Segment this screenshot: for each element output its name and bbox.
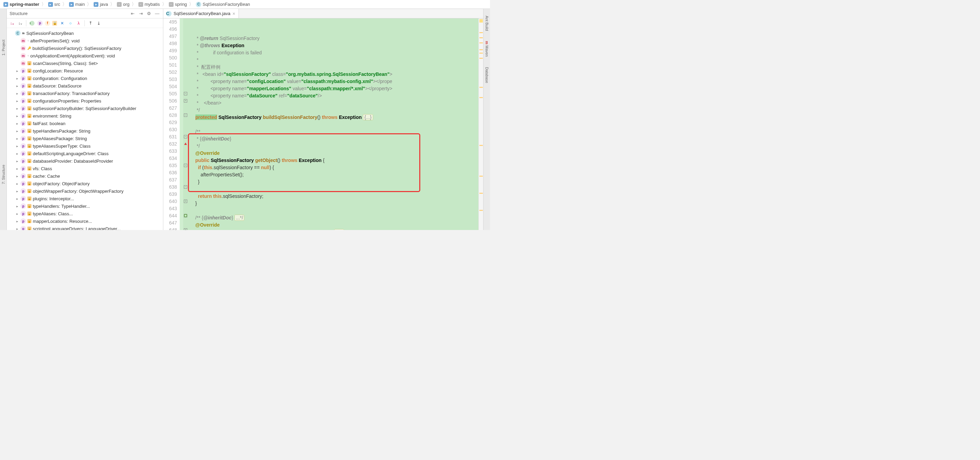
- line-number[interactable]: 640: [163, 198, 177, 205]
- tree-row[interactable]: ▸p 🔒objectWrapperFactory: ObjectWrapperF…: [7, 187, 163, 195]
- tree-row[interactable]: ▸p 🔒vfs: Class: [7, 165, 163, 172]
- line-number[interactable]: 628: [163, 112, 177, 119]
- filter-fields-icon[interactable]: f: [45, 21, 50, 26]
- code-line[interactable]: @Override: [188, 150, 478, 157]
- twisty-icon[interactable]: ▸: [15, 92, 19, 96]
- filter-properties-icon[interactable]: p: [37, 21, 43, 26]
- twisty-icon[interactable]: ▸: [15, 159, 19, 163]
- code-line[interactable]: * <property name="dataSource" ref="dataS…: [188, 92, 478, 99]
- code-line[interactable]: return this.sqlSessionFactory;: [188, 193, 478, 200]
- implement-gutter-icon[interactable]: [184, 214, 187, 217]
- line-number[interactable]: 644: [163, 212, 177, 220]
- twisty-icon[interactable]: ▸: [15, 129, 19, 133]
- tree-row[interactable]: ▸p 🔒transactionFactory: TransactionFacto…: [7, 89, 163, 97]
- fold-gutter[interactable]: [183, 19, 188, 230]
- tree-row[interactable]: m ↑onApplicationEvent(ApplicationEvent):…: [7, 52, 163, 59]
- twisty-icon[interactable]: ▸: [15, 69, 19, 73]
- line-number[interactable]: 643: [163, 205, 177, 212]
- line-number[interactable]: 648: [163, 227, 177, 230]
- line-number[interactable]: 498: [163, 40, 177, 47]
- tree-row[interactable]: ▸p 🔒typeAliasesPackage: String: [7, 135, 163, 142]
- collapse-icon[interactable]: ⇤: [129, 11, 136, 17]
- twisty-icon[interactable]: ▸: [15, 167, 19, 170]
- rail-database[interactable]: Database: [485, 67, 489, 83]
- rail-project[interactable]: 1: Project: [2, 40, 5, 56]
- autoscroll2-icon[interactable]: ⤓: [95, 20, 102, 26]
- tree-row[interactable]: ▸p 🔒typeHandlersPackage: String: [7, 127, 163, 135]
- sort-az-icon[interactable]: ↓ₐ: [9, 20, 15, 26]
- filter-lambda-icon[interactable]: λ: [75, 20, 82, 26]
- filter-inherited-icon[interactable]: I: [29, 20, 35, 26]
- line-number[interactable]: 647: [163, 220, 177, 227]
- line-number[interactable]: 503: [163, 76, 177, 83]
- twisty-icon[interactable]: ▸: [15, 182, 19, 186]
- breadcrumb-item[interactable]: ▫org: [116, 2, 131, 7]
- line-number[interactable]: 636: [163, 169, 177, 176]
- close-icon[interactable]: ×: [232, 11, 235, 16]
- line-number[interactable]: 635: [163, 162, 177, 169]
- fold-minus-icon[interactable]: [184, 92, 187, 96]
- line-number[interactable]: 496: [163, 25, 177, 33]
- twisty-icon[interactable]: ▸: [15, 204, 19, 208]
- code-line[interactable]: * <property name="mapperLocations" value…: [188, 85, 478, 92]
- twisty-icon[interactable]: ▸: [15, 84, 19, 88]
- twisty-icon[interactable]: ▸: [15, 107, 19, 110]
- code-line[interactable]: [188, 186, 478, 193]
- hide-icon[interactable]: —: [154, 11, 160, 17]
- line-number[interactable]: 497: [163, 33, 177, 40]
- twisty-icon[interactable]: ▸: [15, 144, 19, 148]
- tree-row[interactable]: C 🖿SqlSessionFactoryBean: [7, 29, 163, 37]
- fold-minus-icon[interactable]: [184, 185, 187, 189]
- tree-row[interactable]: ▸p 🔒configuration: Configuration: [7, 75, 163, 82]
- editor-tabs[interactable]: C SqlSessionFactoryBean.java ×: [163, 9, 483, 19]
- rail-ant[interactable]: Ant Build: [485, 16, 489, 31]
- code-line[interactable]: [188, 207, 478, 214]
- breadcrumb-item[interactable]: ▸spring-master: [2, 2, 41, 7]
- fold-plus-icon[interactable]: [184, 200, 187, 203]
- rail-structure[interactable]: 7: Structure: [2, 165, 5, 184]
- line-number[interactable]: 637: [163, 176, 177, 183]
- twisty-icon[interactable]: ▸: [15, 152, 19, 156]
- twisty-icon[interactable]: ▸: [15, 227, 19, 230]
- fold-plus-icon[interactable]: [184, 228, 187, 230]
- tree-row[interactable]: ▸p 🔒mapperLocations: Resource...: [7, 217, 163, 225]
- autoscroll-icon[interactable]: ⤒: [88, 20, 94, 26]
- code-line[interactable]: * @return SqlSessionFactory: [188, 35, 478, 42]
- tree-row[interactable]: ▸p 🔒failFast: boolean: [7, 119, 163, 127]
- line-number[interactable]: 634: [163, 155, 177, 162]
- tree-row[interactable]: ▸p 🔒plugins: Interceptor...: [7, 195, 163, 202]
- tree-row[interactable]: ▸p 🔒configLocation: Resource: [7, 67, 163, 75]
- code-line[interactable]: @Override: [188, 221, 478, 229]
- twisty-icon[interactable]: ▸: [15, 220, 19, 223]
- filter-x-icon[interactable]: ✕: [59, 20, 65, 26]
- gear-icon[interactable]: ⚙: [146, 11, 152, 17]
- code-line[interactable]: * <property name="configLocation" value=…: [188, 78, 478, 85]
- fold-plus-icon[interactable]: [184, 99, 187, 102]
- code-line[interactable]: /** {@inheritDoc} ...*/: [188, 214, 478, 221]
- fold-minus-icon[interactable]: [184, 164, 187, 167]
- line-number[interactable]: 500: [163, 54, 177, 62]
- tree-row[interactable]: ▸p 🔒dataSource: DataSource: [7, 82, 163, 89]
- code-line[interactable]: afterPropertiesSet();: [188, 171, 478, 178]
- filter-circle-icon[interactable]: ○: [67, 20, 73, 26]
- line-number[interactable]: 501: [163, 62, 177, 69]
- line-number[interactable]: 504: [163, 83, 177, 90]
- line-number[interactable]: 630: [163, 126, 177, 133]
- code-line[interactable]: }: [188, 200, 478, 207]
- line-number[interactable]: 633: [163, 148, 177, 155]
- tree-row[interactable]: ▸p 🔒environment: String: [7, 112, 163, 119]
- tree-row[interactable]: ▸p 🔒typeAliasesSuperType: Class: [7, 142, 163, 150]
- tree-row[interactable]: ▸p 🔒defaultScriptingLanguageDriver: Clas…: [7, 150, 163, 157]
- fold-minus-icon[interactable]: [184, 135, 187, 138]
- twisty-icon[interactable]: ▸: [15, 137, 19, 140]
- tree-row[interactable]: m 🔒scanClasses(String, Class): Set>: [7, 59, 163, 67]
- twisty-icon[interactable]: ▸: [15, 122, 19, 126]
- twisty-icon[interactable]: ▸: [15, 189, 19, 193]
- tree-row[interactable]: ▸p 🔒sqlSessionFactoryBuilder: SqlSession…: [7, 105, 163, 112]
- rail-maven[interactable]: m Maven: [485, 41, 489, 57]
- line-number[interactable]: 632: [163, 140, 177, 148]
- breadcrumb-item[interactable]: CSqlSessionFactoryBean: [194, 2, 251, 8]
- error-stripe[interactable]: [478, 19, 483, 230]
- line-number[interactable]: 505: [163, 90, 177, 97]
- line-number[interactable]: 631: [163, 133, 177, 140]
